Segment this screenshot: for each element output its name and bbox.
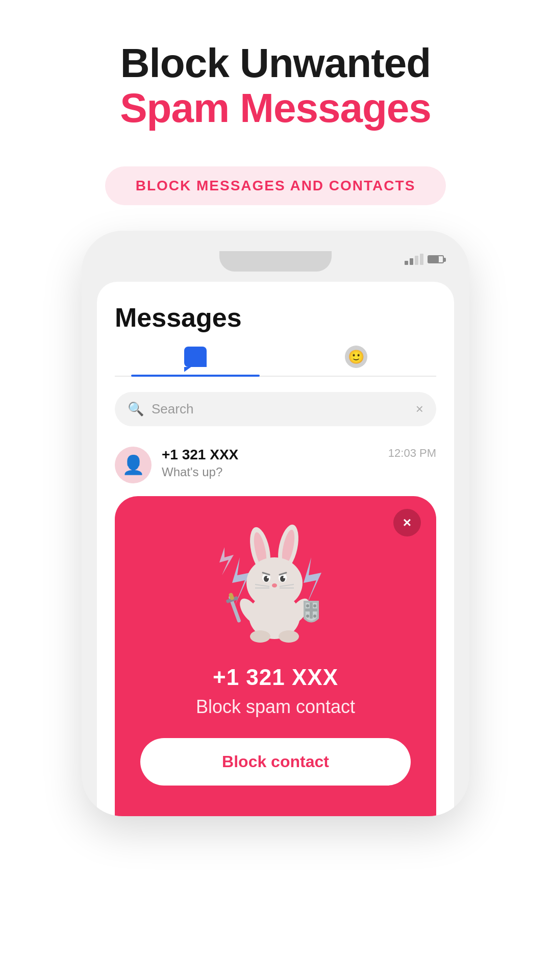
- tab-chat[interactable]: [115, 346, 276, 376]
- svg-marker-1: [304, 557, 321, 606]
- headline-block: Block Unwanted Spam Messages: [120, 41, 431, 131]
- message-sender: +1 321 XXX: [162, 447, 378, 463]
- phone-mockup: Messages 🙂 🔍 Search × 👤: [82, 231, 469, 816]
- mascot-area: [140, 517, 411, 649]
- headline-line1: Block Unwanted: [120, 41, 431, 86]
- block-subtitle: Block spam contact: [140, 696, 411, 718]
- message-time: 12:03 PM: [388, 447, 436, 460]
- signal-icon: [405, 254, 423, 265]
- phone-screen: Messages 🙂 🔍 Search × 👤: [97, 282, 454, 816]
- svg-point-33: [306, 615, 309, 618]
- phone-notch-bar: [97, 246, 454, 277]
- svg-point-34: [313, 615, 316, 618]
- search-input[interactable]: Search: [152, 401, 408, 417]
- page-container: Block Unwanted Spam Messages BLOCK MESSA…: [0, 0, 551, 980]
- block-button-label: Block contact: [222, 752, 329, 771]
- smiley-icon: 🙂: [345, 346, 367, 368]
- svg-point-23: [279, 630, 299, 643]
- battery-icon: [428, 255, 444, 263]
- badge-text: BLOCK MESSAGES AND CONTACTS: [136, 178, 416, 193]
- headline-line2: Spam Messages: [120, 86, 431, 131]
- search-clear-icon[interactable]: ×: [416, 401, 423, 417]
- svg-marker-2: [219, 547, 234, 575]
- svg-point-31: [306, 604, 309, 607]
- rabbit-mascot: [209, 517, 342, 649]
- tabs-row: 🙂: [115, 346, 436, 377]
- phone-notch: [219, 251, 332, 272]
- block-contact-button[interactable]: Block contact: [140, 738, 411, 786]
- phone-status-right: [405, 254, 444, 265]
- avatar: 👤: [115, 447, 152, 483]
- message-info: +1 321 XXX What's up?: [162, 447, 378, 479]
- person-icon: 👤: [122, 454, 145, 476]
- svg-point-13: [283, 576, 285, 578]
- block-card: ×: [115, 496, 436, 816]
- close-icon: ×: [403, 516, 411, 530]
- chat-bubble-icon: [184, 347, 207, 367]
- search-icon: 🔍: [128, 401, 144, 417]
- messages-title: Messages: [115, 302, 436, 333]
- badge-pill: BLOCK MESSAGES AND CONTACTS: [105, 166, 446, 205]
- svg-point-16: [272, 583, 277, 587]
- message-row[interactable]: 👤 +1 321 XXX What's up? 12:03 PM: [115, 439, 436, 491]
- message-preview: What's up?: [162, 465, 378, 479]
- svg-point-10: [267, 576, 269, 578]
- svg-point-32: [313, 604, 316, 607]
- svg-rect-30: [305, 608, 317, 611]
- search-bar[interactable]: 🔍 Search ×: [115, 392, 436, 426]
- tab-emoji[interactable]: 🙂: [276, 346, 436, 376]
- block-number: +1 321 XXX: [140, 665, 411, 690]
- svg-point-22: [250, 630, 270, 643]
- close-button[interactable]: ×: [393, 509, 421, 536]
